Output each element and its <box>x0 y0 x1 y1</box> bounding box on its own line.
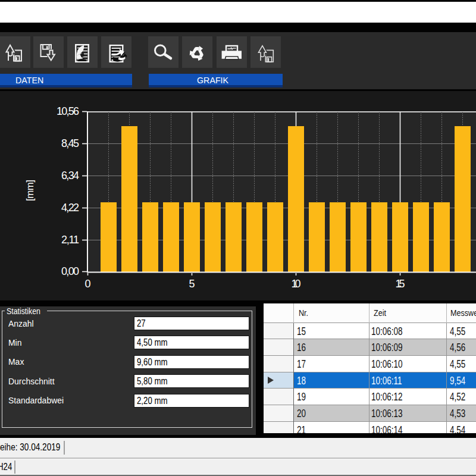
svg-text:0: 0 <box>84 278 90 290</box>
svg-text:10,56: 10,56 <box>57 105 79 117</box>
svg-text:[mm]: [mm] <box>24 180 36 201</box>
svg-text:10: 10 <box>292 278 301 290</box>
svg-text:0,00: 0,00 <box>61 265 79 277</box>
svg-text:5: 5 <box>189 278 195 290</box>
svg-text:2,11: 2,11 <box>61 234 79 246</box>
svg-text:8,45: 8,45 <box>61 137 79 149</box>
svg-text:6,34: 6,34 <box>61 170 79 181</box>
svg-text:4,22: 4,22 <box>61 202 79 214</box>
svg-text:15: 15 <box>396 278 405 290</box>
